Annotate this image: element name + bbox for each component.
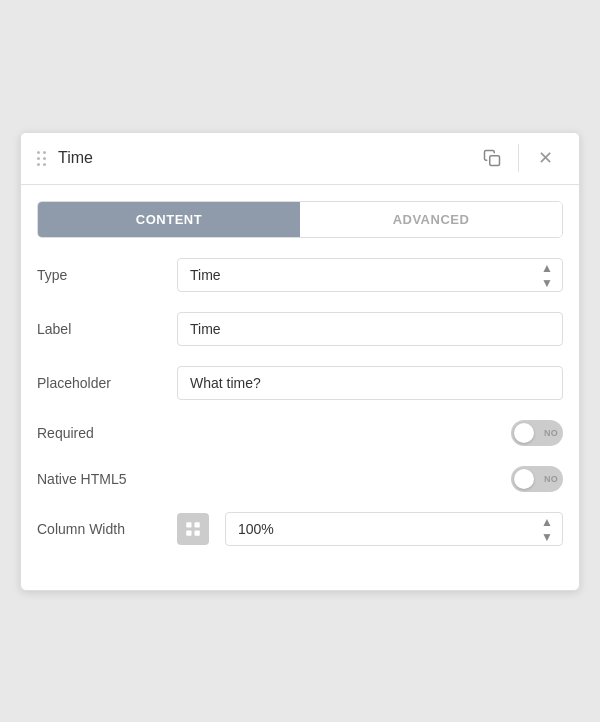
svg-rect-0 — [490, 156, 500, 166]
placeholder-input[interactable] — [177, 366, 563, 400]
required-toggle[interactable]: NO — [511, 420, 563, 446]
native-html5-toggle-wrapper: NO — [177, 466, 563, 492]
duplicate-icon — [483, 149, 501, 167]
panel-title: Time — [58, 149, 474, 167]
drag-dot — [37, 163, 40, 166]
required-label: Required — [37, 425, 177, 441]
placeholder-label: Placeholder — [37, 375, 177, 391]
required-thumb — [514, 423, 534, 443]
svg-rect-1 — [186, 522, 191, 527]
column-width-select[interactable]: 25% 33% 50% 66% 75% 100% — [225, 512, 563, 546]
header-divider — [518, 144, 519, 172]
settings-panel: Time ✕ CONTENT ADVANCED Type Time — [20, 132, 580, 591]
type-select[interactable]: Time Date DateTime Text — [177, 258, 563, 292]
native-html5-row: Native HTML5 NO — [37, 466, 563, 492]
grid-icon — [184, 520, 202, 538]
type-select-wrapper: Time Date DateTime Text ▲ ▼ — [177, 258, 563, 292]
required-track: NO — [511, 420, 563, 446]
column-width-icon — [177, 513, 209, 545]
svg-rect-3 — [186, 530, 191, 535]
label-input[interactable] — [177, 312, 563, 346]
required-no-label: NO — [544, 428, 558, 438]
native-html5-no-label: NO — [544, 474, 558, 484]
type-row: Type Time Date DateTime Text ▲ ▼ — [37, 258, 563, 292]
type-label: Type — [37, 267, 177, 283]
column-width-select-wrapper: 25% 33% 50% 66% 75% 100% ▲ ▼ — [225, 512, 563, 546]
label-label: Label — [37, 321, 177, 337]
svg-rect-4 — [195, 530, 200, 535]
drag-dot — [37, 157, 40, 160]
drag-dot — [37, 151, 40, 154]
drag-dot — [43, 163, 46, 166]
header-actions: ✕ — [474, 140, 563, 176]
column-width-row: Column Width 25% 33% 50% 66% 75% 100% — [37, 512, 563, 546]
native-html5-label: Native HTML5 — [37, 471, 177, 487]
label-row: Label — [37, 312, 563, 346]
close-button[interactable]: ✕ — [527, 140, 563, 176]
drag-dot — [43, 151, 46, 154]
tab-content[interactable]: CONTENT — [38, 202, 300, 237]
native-html5-track: NO — [511, 466, 563, 492]
drag-handle[interactable] — [37, 151, 46, 166]
native-html5-thumb — [514, 469, 534, 489]
tab-advanced[interactable]: ADVANCED — [300, 202, 562, 237]
tab-group: CONTENT ADVANCED — [37, 201, 563, 238]
duplicate-button[interactable] — [474, 140, 510, 176]
close-icon: ✕ — [538, 147, 553, 169]
native-html5-toggle[interactable]: NO — [511, 466, 563, 492]
required-row: Required NO — [37, 420, 563, 446]
required-toggle-wrapper: NO — [177, 420, 563, 446]
svg-rect-2 — [195, 522, 200, 527]
panel-header: Time ✕ — [21, 133, 579, 185]
column-width-label: Column Width — [37, 521, 177, 537]
drag-dot — [43, 157, 46, 160]
panel-body: Type Time Date DateTime Text ▲ ▼ Label — [21, 238, 579, 590]
placeholder-row: Placeholder — [37, 366, 563, 400]
